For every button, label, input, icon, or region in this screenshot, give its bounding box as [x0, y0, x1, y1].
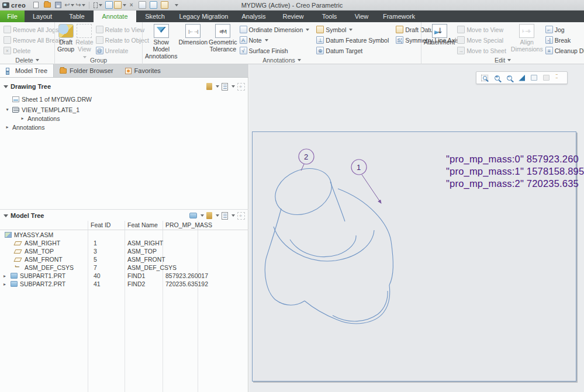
break-icon: -| [545, 36, 553, 44]
regenerate-icon[interactable] [105, 1, 113, 9]
tab-sketch[interactable]: Sketch [136, 11, 174, 22]
balloon-2[interactable]: 2 [299, 149, 314, 171]
dropdown-caret-icon[interactable] [231, 85, 235, 88]
close-window-icon[interactable]: × [127, 1, 136, 9]
table-row[interactable]: ASM_RIGHT 1 ASM_RIGHT [0, 239, 248, 247]
table-row[interactable]: ASM_FRONT 5 ASM_FRONT [0, 255, 248, 263]
dropdown-caret-icon[interactable] [216, 214, 219, 217]
ribbon-group-edit: Attachment Move to View Move Special → M… [421, 22, 584, 64]
tree-settings-icon [237, 212, 245, 220]
new-file-icon[interactable] [32, 1, 40, 9]
tab-folder-browser[interactable]: Folder Browser [54, 64, 119, 77]
attachment-button[interactable]: Attachment [424, 23, 455, 46]
symbol-button[interactable]: Symbol [315, 25, 390, 34]
break-button[interactable]: -| Break [544, 35, 584, 45]
tree-columns-icon[interactable] [222, 83, 228, 91]
ordinate-dimension-button[interactable]: Ordinate Dimension [239, 25, 311, 34]
appearance-icon[interactable] [149, 1, 158, 9]
collapsed-arrow-icon[interactable]: ▸ [4, 282, 6, 287]
svg-text:2: 2 [304, 152, 308, 161]
column-header-feat-id[interactable]: Feat ID [91, 221, 110, 228]
tab-framework[interactable]: Framework [377, 11, 421, 22]
ribbon-tab-bar: File Layout Table Annotate Sketch Legacy… [0, 11, 584, 22]
part-geometry[interactable] [265, 160, 393, 324]
draft-group-button[interactable]: Draft Group [57, 23, 74, 53]
column-header-pro-mp-mass[interactable]: PRO_MP_MASS [165, 221, 212, 228]
tab-annotate[interactable]: Annotate [94, 11, 136, 22]
datum-target-button[interactable]: ⊕ Datum Target [315, 46, 390, 55]
move-to-view-button[interactable]: Move to View [456, 25, 507, 34]
tree-filters-icon[interactable] [206, 212, 212, 219]
print-icon[interactable] [138, 1, 147, 9]
tree-row-view-template[interactable]: ▾ VIEW_TEMPLATE_1 [5, 105, 248, 114]
annotations-group-label[interactable]: Annotations [143, 57, 421, 64]
collapse-arrow-icon[interactable] [4, 85, 8, 88]
surface-finish-button[interactable]: √ Surface Finish [239, 46, 311, 55]
toolbar-separator [89, 2, 89, 9]
customize-toolbar-icon[interactable] [171, 1, 180, 9]
favorites-icon [125, 68, 132, 74]
cleanup-dimensions-button[interactable]: ≡ Cleanup Dimensions [544, 46, 584, 55]
tab-tools[interactable]: Tools [313, 11, 346, 22]
tab-table[interactable]: Table [60, 11, 94, 22]
note-button[interactable]: A Note [239, 35, 311, 45]
dimension-button[interactable]: Dimension [178, 23, 208, 46]
tree-row-annotations-2[interactable]: ▸ Annotations [5, 123, 248, 131]
geometric-tolerance-button[interactable]: Geometric Tolerance [209, 23, 237, 53]
table-row[interactable]: ▸ SUBPART1.PRT 40 FIND1 857923.260017 [0, 272, 248, 280]
navigator-tabs: Model Tree Folder Browser Favorites [0, 64, 248, 78]
jog-button[interactable]: ⌐ Jog [544, 25, 584, 34]
tab-review[interactable]: Review [274, 11, 313, 22]
balloon-1[interactable]: 1 [351, 159, 381, 203]
dropdown-caret-icon[interactable] [201, 214, 204, 217]
collapsed-arrow-icon[interactable]: ▸ [20, 116, 25, 121]
collapsed-arrow-icon[interactable]: ▸ [5, 124, 10, 130]
align-dimensions-button[interactable]: Align Dimensions [511, 23, 543, 53]
tree-row-annotations-1[interactable]: ▸ Annotations [5, 114, 248, 123]
dropdown-caret-icon[interactable] [231, 214, 235, 217]
dropdown-caret-icon[interactable] [216, 85, 219, 88]
title-bar: creo ↩ ↪ × MYDWG (Active) - Creo Paramet… [0, 0, 584, 11]
show-model-annotations-button[interactable]: Show Model Annotations [145, 23, 177, 60]
move-special-button[interactable]: Move Special [456, 35, 507, 45]
tab-model-tree[interactable]: Model Tree [0, 64, 54, 77]
creo-logo: creo [0, 2, 32, 9]
collapsed-arrow-icon[interactable]: ▸ [4, 273, 6, 279]
select-marquee-icon[interactable] [94, 1, 102, 9]
tree-filters-icon[interactable] [206, 83, 212, 90]
datum-feature-symbol-button[interactable]: ⊥ Datum Feature Symbol [315, 35, 390, 45]
tab-legacy-migration[interactable]: Legacy Migration [174, 11, 234, 22]
remove-jogs-icon [4, 26, 11, 33]
tab-layout[interactable]: Layout [25, 11, 60, 22]
collapse-arrow-icon[interactable] [4, 214, 8, 217]
ribbon-group-group: Draft Group Relate View Relate to View R… [54, 22, 142, 64]
relate-view-button[interactable]: Relate View [75, 23, 93, 60]
open-file-icon[interactable] [43, 1, 51, 9]
save-icon[interactable] [54, 1, 63, 9]
svg-text:1: 1 [357, 163, 361, 172]
edit-group-label[interactable]: Edit [421, 57, 584, 64]
table-row[interactable]: ASM_DEF_CSYS 7 ASM_DEF_CSYS [0, 263, 248, 272]
delete-group-label[interactable]: Delete [0, 57, 54, 64]
move-to-sheet-button[interactable]: → Move to Sheet [456, 46, 507, 55]
tab-favorites[interactable]: Favorites [119, 64, 167, 77]
undo-icon[interactable]: ↩ [65, 1, 74, 9]
tab-analysis[interactable]: Analysis [234, 11, 274, 22]
table-row[interactable]: MYASSY.ASM [0, 231, 248, 239]
tree-row-sheet[interactable]: Sheet 1 of MYDWG.DRW [5, 95, 248, 103]
saved-views-icon[interactable] [116, 1, 125, 9]
table-row[interactable]: ▸ SUBPART2.PRT 41 FIND2 720235.635192 [0, 280, 248, 288]
datum-target-icon: ⊕ [316, 47, 324, 54]
show-icon[interactable] [189, 213, 197, 218]
drawing-canvas[interactable]: + − "pro_mp_mass:0" 857923.260 "pro_mp_m… [249, 64, 584, 392]
tab-view[interactable]: View [346, 11, 377, 22]
cleanup-dimensions-icon: ≡ [545, 47, 553, 54]
expanded-arrow-icon[interactable]: ▾ [5, 107, 10, 112]
symmetry-line-axis-icon: S¦ [396, 36, 403, 44]
redo-icon[interactable]: ↪ [76, 1, 85, 9]
column-header-feat-name[interactable]: Feat Name [127, 221, 158, 228]
erase-icon[interactable] [160, 1, 169, 9]
tab-file[interactable]: File [0, 11, 25, 22]
tree-columns-icon[interactable] [222, 212, 228, 220]
table-row[interactable]: ASM_TOP 3 ASM_TOP [0, 247, 248, 255]
